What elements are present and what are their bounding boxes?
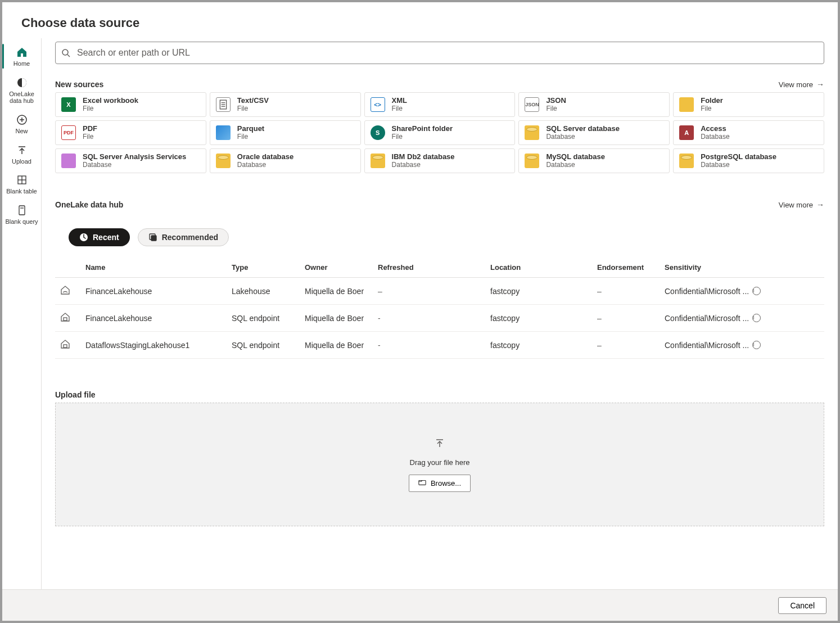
page-title: Choose data source [21, 16, 819, 30]
svg-point-11 [62, 49, 68, 55]
tab-recommended[interactable]: Recommended [138, 228, 229, 246]
sidebar-item-onelake[interactable]: OneLakedata hub [2, 72, 41, 108]
sidebar-item-new[interactable]: New [2, 109, 41, 138]
source-name: SharePoint folder [392, 125, 453, 133]
svg-rect-9 [19, 206, 25, 215]
cell-location: fastcopy [486, 332, 593, 359]
source-subtitle: Database [546, 161, 605, 169]
new-sources-heading: New sources [55, 80, 103, 89]
source-name: Access [701, 125, 729, 133]
cell-owner: Miquella de Boer [300, 278, 373, 305]
source-pdf[interactable]: PDFPDFFile [55, 120, 206, 145]
source-name: SQL Server Analysis Services [83, 153, 186, 161]
source-excel-workbook[interactable]: XExcel workbookFile [55, 92, 206, 117]
source-mysql-database[interactable]: MySQL databaseDatabase [518, 148, 670, 173]
cell-sensitivity: Confidential\Microsoft ...i [660, 332, 824, 359]
sidebar-item-blanktable[interactable]: Blank table [2, 169, 41, 198]
source-subtitle: File [701, 105, 723, 113]
source-postgresql-database[interactable]: PostgreSQL databaseDatabase [673, 148, 824, 173]
view-more-onelake[interactable]: View more → [779, 200, 824, 209]
search-input-wrap[interactable] [55, 42, 824, 64]
column-header[interactable]: Location [486, 258, 593, 278]
upload-dropzone[interactable]: Drag your file here Browse... [55, 403, 824, 526]
source-ibm-db2-database[interactable]: IBM Db2 databaseDatabase [364, 148, 516, 173]
cancel-button[interactable]: Cancel [778, 597, 827, 614]
source-name: Parquet [237, 125, 264, 133]
source-subtitle: File [237, 105, 269, 113]
clock-icon [79, 233, 88, 242]
column-header[interactable]: Name [81, 258, 227, 278]
column-header[interactable]: Refreshed [373, 258, 486, 278]
source-name: IBM Db2 database [392, 153, 455, 161]
source-subtitle: Database [546, 133, 620, 141]
sidebar-item-home[interactable]: Home [2, 42, 41, 71]
column-header[interactable]: Sensitivity [660, 258, 824, 278]
sidebar-item-upload[interactable]: Upload [2, 139, 41, 169]
cell-owner: Miquella de Boer [300, 332, 373, 359]
cell-refreshed: – [373, 278, 486, 305]
folder-open-icon [418, 478, 426, 488]
cell-name: FinanceLakehouse [81, 305, 227, 332]
source-name: SQL Server database [546, 125, 620, 133]
source-subtitle: Database [392, 161, 455, 169]
source-access[interactable]: AAccessDatabase [673, 120, 824, 145]
source-subtitle: Database [237, 161, 293, 169]
browse-button[interactable]: Browse... [409, 475, 471, 492]
table-row[interactable]: FinanceLakehouse SQL endpoint Miquella d… [55, 305, 824, 332]
source-text-csv[interactable]: Text/CSVFile [210, 92, 361, 117]
info-icon[interactable]: i [752, 341, 761, 349]
info-icon[interactable]: i [752, 287, 761, 295]
source-folder[interactable]: FolderFile [673, 92, 824, 117]
source-subtitle: Database [83, 161, 186, 169]
upload-icon [16, 144, 28, 156]
column-header[interactable]: Owner [300, 258, 373, 278]
upload-hint: Drag your file here [410, 458, 470, 467]
source-subtitle: File [546, 105, 566, 113]
source-name: PostgreSQL database [701, 153, 776, 161]
svg-rect-20 [64, 318, 67, 320]
svg-rect-19 [151, 236, 156, 241]
source-subtitle: File [83, 105, 138, 113]
cell-type: SQL endpoint [227, 332, 300, 359]
source-sql-server-database[interactable]: SQL Server databaseDatabase [518, 120, 670, 145]
source-name: PDF [83, 125, 97, 133]
cell-owner: Miquella de Boer [300, 305, 373, 332]
tab-recent[interactable]: Recent [69, 228, 130, 246]
cell-type: SQL endpoint [227, 305, 300, 332]
source-json[interactable]: JSONJSONFile [518, 92, 670, 117]
sidebar: HomeOneLakedata hubNewUploadBlank tableB… [2, 38, 42, 589]
source-name: Excel workbook [83, 97, 138, 105]
info-icon[interactable]: i [752, 314, 761, 322]
column-header[interactable]: Type [227, 258, 300, 278]
column-header[interactable]: Endorsement [593, 258, 660, 278]
new-icon [16, 114, 28, 126]
cell-refreshed: - [373, 305, 486, 332]
blankquery-icon [16, 204, 28, 216]
source-parquet[interactable]: ParquetFile [210, 120, 361, 145]
main-content: New sources View more → XExcel workbookF… [42, 38, 838, 589]
sidebar-item-blankquery[interactable]: Blank query [2, 200, 41, 229]
table-row[interactable]: DataflowsStagingLakehouse1 SQL endpoint … [55, 332, 824, 359]
onelake-table: NameTypeOwnerRefreshedLocationEndorsemen… [55, 258, 824, 359]
sidebar-item-label: New [15, 128, 28, 135]
table-row[interactable]: FinanceLakehouse Lakehouse Miquella de B… [55, 278, 824, 305]
source-subtitle: Database [701, 133, 729, 141]
source-name: JSON [546, 97, 566, 105]
source-grid: XExcel workbookFileText/CSVFile<>XMLFile… [55, 92, 824, 173]
cell-location: fastcopy [486, 305, 593, 332]
blanktable-icon [16, 174, 28, 186]
source-oracle-database[interactable]: Oracle databaseDatabase [210, 148, 361, 173]
view-more-new-sources[interactable]: View more → [779, 80, 824, 89]
sidebar-item-label: OneLakedata hub [9, 91, 34, 105]
source-name: MySQL database [546, 153, 605, 161]
cell-sensitivity: Confidential\Microsoft ...i [660, 278, 824, 305]
source-sql-server-analysis-services[interactable]: SQL Server Analysis ServicesDatabase [55, 148, 206, 173]
source-sharepoint-folder[interactable]: SSharePoint folderFile [364, 120, 516, 145]
source-subtitle: File [392, 133, 453, 141]
source-xml[interactable]: <>XMLFile [364, 92, 516, 117]
endpoint-icon [60, 312, 71, 323]
recommended-icon [148, 233, 157, 242]
cell-location: fastcopy [486, 278, 593, 305]
search-input[interactable] [77, 48, 818, 58]
source-name: Folder [701, 97, 723, 105]
